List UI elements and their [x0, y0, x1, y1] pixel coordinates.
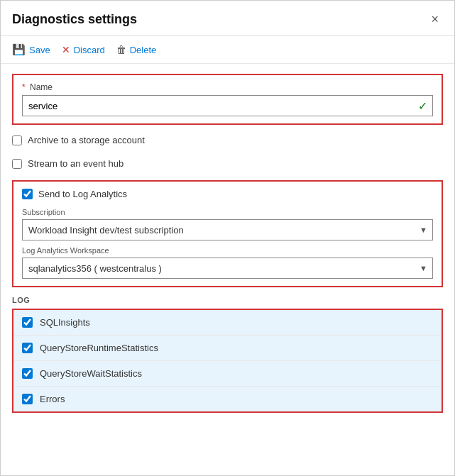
valid-checkmark: ✓: [418, 99, 427, 113]
name-input[interactable]: [22, 95, 433, 116]
log-analytics-section: Send to Log Analytics Subscription Workl…: [12, 180, 443, 287]
save-button[interactable]: 💾 Save: [12, 42, 50, 57]
send-log-checkbox[interactable]: [22, 189, 33, 199]
log-label-sqlinsights: SQLInsights: [40, 317, 90, 328]
log-checkbox-querystorewait[interactable]: [22, 368, 33, 379]
send-log-row: Send to Log Analytics: [22, 189, 433, 199]
delete-label: Delete: [130, 45, 157, 55]
log-checkbox-querystoreruntime[interactable]: [22, 343, 33, 353]
stream-checkbox[interactable]: [12, 159, 22, 169]
send-log-label: Send to Log Analytics: [38, 189, 127, 199]
delete-icon: 🗑: [116, 44, 126, 55]
log-checkbox-errors[interactable]: [22, 394, 33, 404]
toolbar: 💾 Save ✕ Discard 🗑 Delete: [1, 36, 454, 64]
name-field-label: * Name: [22, 82, 433, 92]
log-item-querystorewait: QueryStoreWaitStatistics: [13, 361, 442, 387]
discard-label: Discard: [74, 45, 105, 55]
discard-icon: ✕: [62, 44, 70, 55]
save-label: Save: [29, 45, 50, 55]
log-section-title: LOG: [12, 296, 443, 304]
log-label-querystoreruntime: QueryStoreRuntimeStatistics: [40, 343, 158, 353]
subscription-dropdown-wrapper: Workload Insight dev/test subscription ▼: [22, 219, 433, 240]
log-label-errors: Errors: [40, 394, 65, 404]
log-items-container: SQLInsights QueryStoreRuntimeStatistics …: [12, 309, 443, 413]
name-input-wrapper: ✓: [22, 95, 433, 116]
stream-label: Stream to an event hub: [28, 158, 124, 169]
log-item-querystoreruntime: QueryStoreRuntimeStatistics: [13, 336, 442, 361]
archive-checkbox[interactable]: [12, 135, 22, 145]
log-section: LOG SQLInsights QueryStoreRuntimeStatist…: [12, 296, 443, 413]
log-label-querystorewait: QueryStoreWaitStatistics: [40, 368, 142, 379]
workspace-label: Log Analytics Workspace: [22, 246, 433, 255]
name-section: * Name ✓: [12, 74, 443, 125]
close-button[interactable]: ×: [427, 11, 443, 28]
required-indicator: *: [22, 82, 26, 92]
workspace-dropdown[interactable]: sqlanalytics356 ( westcentralus ): [22, 258, 433, 279]
content-area: * Name ✓ Archive to a storage account St…: [1, 64, 454, 423]
subscription-dropdown[interactable]: Workload Insight dev/test subscription: [22, 219, 433, 240]
workspace-dropdown-wrapper: sqlanalytics356 ( westcentralus ) ▼: [22, 258, 433, 279]
archive-label: Archive to a storage account: [28, 135, 145, 145]
dialog-title: Diagnostics settings: [12, 12, 137, 27]
log-item-errors: Errors: [13, 387, 442, 411]
discard-button[interactable]: ✕ Discard: [62, 43, 105, 57]
archive-checkbox-row: Archive to a storage account: [12, 133, 443, 147]
log-checkbox-sqlinsights[interactable]: [22, 317, 33, 328]
stream-checkbox-row: Stream to an event hub: [12, 157, 443, 170]
log-item-sqlinsights: SQLInsights: [13, 310, 442, 336]
dialog-header: Diagnostics settings ×: [1, 1, 454, 36]
save-icon: 💾: [12, 43, 26, 56]
delete-button[interactable]: 🗑 Delete: [116, 43, 157, 57]
diagnostics-dialog: Diagnostics settings × 💾 Save ✕ Discard …: [0, 0, 455, 476]
subscription-label: Subscription: [22, 208, 433, 216]
